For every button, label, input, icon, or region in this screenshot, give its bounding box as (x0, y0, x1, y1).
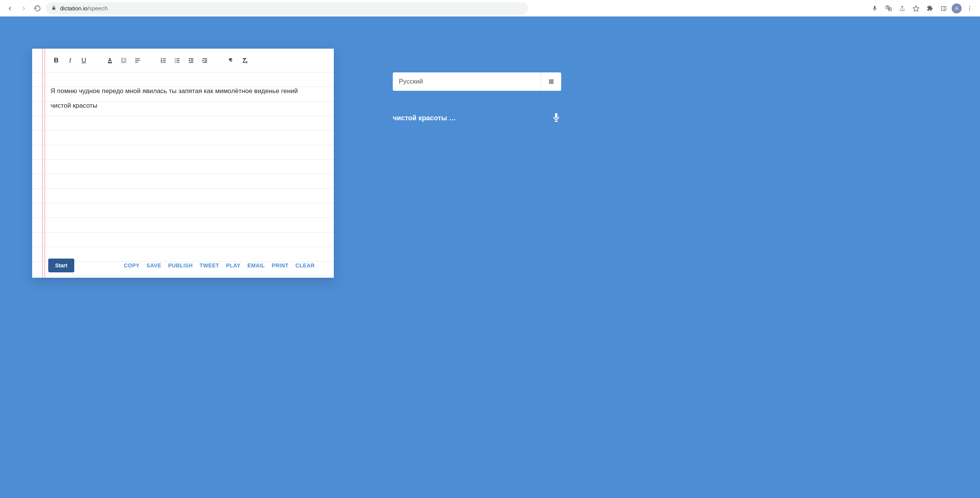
live-transcript-row: чистой красоты … (393, 112, 561, 124)
bold-button[interactable]: B (51, 55, 62, 66)
svg-point-24 (175, 60, 176, 61)
copy-action[interactable]: COPY (124, 262, 139, 269)
svg-point-8 (969, 10, 970, 10)
forward-button[interactable] (18, 3, 29, 14)
italic-button[interactable]: I (64, 55, 76, 66)
language-label: Русский (393, 72, 541, 91)
notebook-footer: Start COPY SAVE PUBLISH TWEET PLAY EMAIL… (32, 253, 334, 278)
editor-toolbar: B I U 123 (32, 49, 334, 72)
extensions-icon[interactable] (924, 3, 936, 14)
svg-marker-3 (913, 5, 919, 11)
dictation-notebook: B I U 123 (32, 49, 334, 278)
right-panel: Русский чистой красоты … (393, 49, 561, 498)
voice-search-icon[interactable] (869, 3, 880, 14)
svg-point-25 (175, 62, 176, 62)
url-path: /speech (88, 5, 108, 11)
microphone-icon[interactable] (551, 112, 561, 124)
url-host: dictation.io (60, 5, 88, 11)
outdent-button[interactable] (185, 55, 197, 66)
share-icon[interactable] (897, 3, 908, 14)
url: dictation.io/speech (60, 5, 108, 11)
language-selector[interactable]: Русский (393, 72, 561, 91)
save-action[interactable]: SAVE (147, 262, 162, 269)
avatar-initial: A (955, 5, 959, 11)
highlight-button[interactable] (118, 55, 129, 66)
live-transcript-text: чистой красоты … (393, 114, 456, 122)
profile-avatar[interactable]: A (952, 3, 962, 13)
svg-rect-9 (108, 62, 112, 63)
svg-rect-4 (941, 6, 946, 10)
svg-text:3: 3 (161, 61, 162, 63)
unordered-list-button[interactable] (172, 55, 183, 66)
main-area: B I U 123 (0, 16, 980, 498)
email-action[interactable]: EMAIL (247, 262, 265, 269)
translate-icon[interactable] (883, 3, 894, 14)
underline-button[interactable]: U (78, 55, 90, 66)
svg-rect-0 (874, 10, 875, 11)
reload-button[interactable] (32, 3, 43, 14)
kebab-menu-icon[interactable] (964, 3, 975, 14)
browser-toolbar: dictation.io/speech A (0, 0, 980, 16)
print-action[interactable]: PRINT (272, 262, 289, 269)
language-menu-button[interactable] (541, 72, 561, 91)
play-action[interactable]: PLAY (226, 262, 241, 269)
editor-content[interactable]: Я помню чудное передо мной явилась ты за… (32, 72, 334, 253)
svg-rect-44 (555, 121, 558, 122)
svg-rect-43 (556, 120, 557, 121)
svg-marker-35 (203, 59, 204, 62)
paragraph-format-button[interactable] (132, 55, 143, 66)
address-bar[interactable]: dictation.io/speech (46, 2, 528, 15)
ordered-list-button[interactable]: 123 (158, 55, 169, 66)
svg-point-7 (969, 8, 970, 8)
tweet-action[interactable]: TWEET (200, 262, 219, 269)
text-direction-button[interactable] (225, 55, 237, 66)
sidepanel-icon[interactable] (938, 3, 949, 14)
indent-button[interactable] (199, 55, 211, 66)
svg-point-6 (969, 6, 970, 7)
svg-point-23 (175, 58, 176, 59)
clear-action[interactable]: CLEAR (296, 262, 315, 269)
clear-formatting-button[interactable] (239, 55, 250, 66)
lock-icon (51, 5, 56, 11)
publish-action[interactable]: PUBLISH (168, 262, 193, 269)
bookmark-star-icon[interactable] (910, 3, 922, 14)
start-button[interactable]: Start (48, 259, 74, 272)
dictated-text: Я помню чудное передо мной явилась ты за… (51, 87, 298, 109)
back-button[interactable] (5, 3, 15, 14)
svg-marker-30 (189, 59, 190, 62)
text-color-button[interactable] (104, 55, 116, 66)
